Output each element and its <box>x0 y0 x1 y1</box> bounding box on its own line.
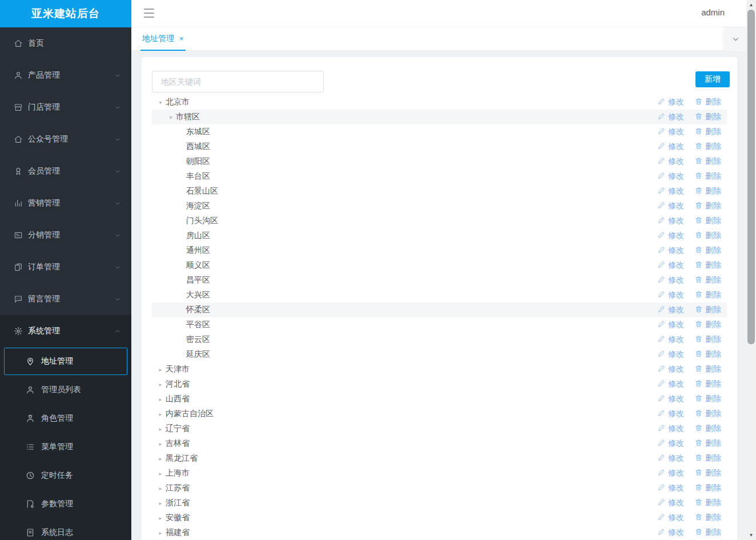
sidebar-subitem-cron[interactable]: 定时任务 <box>0 461 131 490</box>
tree-row[interactable]: 石景山区修改删除 <box>152 184 727 199</box>
delete-link[interactable]: 删除 <box>695 231 721 241</box>
delete-link[interactable]: 删除 <box>695 142 721 152</box>
caret-right-icon[interactable]: ▸ <box>156 485 164 491</box>
delete-link[interactable]: 删除 <box>695 349 721 360</box>
caret-down-icon[interactable]: ▾ <box>167 114 175 120</box>
edit-link[interactable]: 修改 <box>658 112 684 122</box>
browser-scrollbar[interactable]: ▲ ▼ <box>746 0 756 540</box>
tree-row[interactable]: 密云区修改删除 <box>152 332 727 347</box>
edit-link[interactable]: 修改 <box>658 201 684 211</box>
hamburger-icon[interactable] <box>144 9 154 18</box>
sidebar-item-orders[interactable]: 订单管理 <box>0 251 131 283</box>
caret-right-icon[interactable]: ▸ <box>156 515 164 521</box>
tree-row[interactable]: 东城区修改删除 <box>152 124 727 139</box>
close-icon[interactable]: × <box>179 35 184 42</box>
tree-row[interactable]: ▸黑龙江省修改删除 <box>152 451 727 466</box>
tree-row[interactable]: 平谷区修改删除 <box>152 317 727 332</box>
tree-row[interactable]: 朝阳区修改删除 <box>152 154 727 169</box>
edit-link[interactable]: 修改 <box>658 379 684 389</box>
edit-link[interactable]: 修改 <box>658 245 684 256</box>
sidebar-item-wechat[interactable]: 公众号管理 <box>0 123 131 155</box>
edit-link[interactable]: 修改 <box>658 156 684 167</box>
tree-row[interactable]: ▸浙江省修改删除 <box>152 495 727 510</box>
delete-link[interactable]: 删除 <box>695 498 721 508</box>
caret-right-icon[interactable]: ▸ <box>156 441 164 447</box>
edit-link[interactable]: 修改 <box>658 349 684 360</box>
tree-row[interactable]: ▸辽宁省修改删除 <box>152 421 727 436</box>
tree-row[interactable]: ▸江苏省修改删除 <box>152 481 727 495</box>
caret-right-icon[interactable]: ▸ <box>156 411 164 417</box>
tree-row[interactable]: ▸山西省修改删除 <box>152 392 727 406</box>
delete-link[interactable]: 删除 <box>695 171 721 182</box>
scroll-down-icon[interactable]: ▼ <box>746 530 756 540</box>
sidebar-item-messages[interactable]: 留言管理 <box>0 283 131 315</box>
delete-link[interactable]: 删除 <box>695 409 721 419</box>
caret-right-icon[interactable]: ▸ <box>156 470 164 477</box>
edit-link[interactable]: 修改 <box>658 335 684 345</box>
tree-row[interactable]: 门头沟区修改删除 <box>152 213 727 228</box>
sidebar-subitem-logs[interactable]: 系统日志 <box>0 518 131 540</box>
delete-link[interactable]: 删除 <box>695 513 721 523</box>
tree-row[interactable]: ▾北京市修改删除 <box>152 95 727 110</box>
caret-right-icon[interactable]: ▸ <box>156 396 164 402</box>
delete-link[interactable]: 删除 <box>695 364 721 374</box>
tree-row[interactable]: ▾市辖区修改删除 <box>152 110 727 124</box>
sidebar-subitem-menus[interactable]: 菜单管理 <box>0 433 131 461</box>
edit-link[interactable]: 修改 <box>658 290 684 300</box>
edit-link[interactable]: 修改 <box>658 320 684 330</box>
tab-dropdown-button[interactable] <box>725 27 746 51</box>
edit-link[interactable]: 修改 <box>658 216 684 226</box>
tree-row[interactable]: 海淀区修改删除 <box>152 199 727 213</box>
delete-link[interactable]: 删除 <box>695 97 721 107</box>
sidebar-item-products[interactable]: 产品管理 <box>0 59 131 91</box>
edit-link[interactable]: 修改 <box>658 513 684 523</box>
caret-down-icon[interactable]: ▾ <box>156 99 164 106</box>
scrollbar-thumb[interactable] <box>747 10 755 344</box>
tree-row[interactable]: ▸上海市修改删除 <box>152 466 727 481</box>
tree-row[interactable]: 房山区修改删除 <box>152 228 727 243</box>
delete-link[interactable]: 删除 <box>695 260 721 271</box>
edit-link[interactable]: 修改 <box>658 127 684 137</box>
delete-link[interactable]: 删除 <box>695 305 721 315</box>
edit-link[interactable]: 修改 <box>658 468 684 478</box>
tree-row[interactable]: ▸河北省修改删除 <box>152 377 727 392</box>
sidebar-subitem-params[interactable]: 参数管理 <box>0 490 131 518</box>
edit-link[interactable]: 修改 <box>658 498 684 508</box>
sidebar-subitem-roles[interactable]: 角色管理 <box>0 404 131 433</box>
delete-link[interactable]: 删除 <box>695 335 721 345</box>
caret-right-icon[interactable]: ▸ <box>156 381 164 388</box>
tab-address-management[interactable]: 地址管理 × <box>140 27 186 51</box>
delete-link[interactable]: 删除 <box>695 527 721 538</box>
sidebar-item-home[interactable]: 首页 <box>0 27 131 59</box>
username[interactable]: admin <box>701 7 725 17</box>
edit-link[interactable]: 修改 <box>658 424 684 434</box>
search-input[interactable] <box>152 71 324 92</box>
sidebar-item-distribution[interactable]: 分销管理 <box>0 219 131 251</box>
tree-row[interactable]: ▸福建省修改删除 <box>152 525 727 540</box>
edit-link[interactable]: 修改 <box>658 186 684 196</box>
tree-row[interactable]: 大兴区修改删除 <box>152 288 727 303</box>
edit-link[interactable]: 修改 <box>658 483 684 493</box>
sidebar-subitem-address[interactable]: 地址管理 <box>4 348 127 375</box>
edit-link[interactable]: 修改 <box>658 453 684 464</box>
tree-row[interactable]: 顺义区修改删除 <box>152 258 727 273</box>
edit-link[interactable]: 修改 <box>658 527 684 538</box>
edit-link[interactable]: 修改 <box>658 142 684 152</box>
add-button[interactable]: 新增 <box>695 71 730 87</box>
delete-link[interactable]: 删除 <box>695 424 721 434</box>
delete-link[interactable]: 删除 <box>695 290 721 300</box>
delete-link[interactable]: 删除 <box>695 156 721 167</box>
delete-link[interactable]: 删除 <box>695 320 721 330</box>
edit-link[interactable]: 修改 <box>658 231 684 241</box>
delete-link[interactable]: 删除 <box>695 186 721 196</box>
delete-link[interactable]: 删除 <box>695 483 721 493</box>
edit-link[interactable]: 修改 <box>658 364 684 374</box>
delete-link[interactable]: 删除 <box>695 379 721 389</box>
delete-link[interactable]: 删除 <box>695 438 721 449</box>
caret-right-icon[interactable]: ▸ <box>156 426 164 432</box>
tree-row[interactable]: 西城区修改删除 <box>152 139 727 154</box>
delete-link[interactable]: 删除 <box>695 394 721 404</box>
edit-link[interactable]: 修改 <box>658 394 684 404</box>
delete-link[interactable]: 删除 <box>695 112 721 122</box>
tree-row[interactable]: 丰台区修改删除 <box>152 169 727 184</box>
